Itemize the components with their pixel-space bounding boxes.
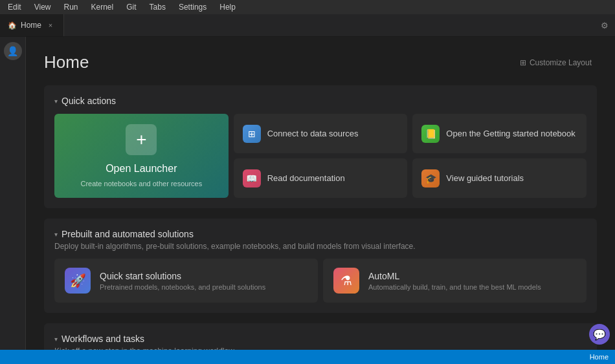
solutions-grid: 🚀 Quick start solutions Pretrained model… bbox=[54, 259, 587, 303]
menu-edit[interactable]: Edit bbox=[5, 1, 24, 13]
open-notebook-icon: 📒 bbox=[421, 125, 440, 143]
view-tutorials-button[interactable]: 🎓 View guided tutorials bbox=[412, 158, 587, 198]
home-tab-icon: 🏠 bbox=[8, 21, 17, 30]
open-notebook-button[interactable]: 📒 Open the Getting started notebook bbox=[412, 114, 587, 153]
automl-title: AutoML bbox=[368, 271, 541, 281]
open-launcher-title: Open Launcher bbox=[106, 163, 177, 175]
automl-info: AutoML Automatically build, train, and t… bbox=[368, 271, 541, 291]
connect-data-label: Connect to data sources bbox=[267, 129, 359, 138]
chat-bubble[interactable]: 💬 bbox=[589, 324, 610, 345]
quick-actions-label: Quick actions bbox=[62, 96, 116, 106]
automl-card[interactable]: ⚗ AutoML Automatically build, train, and… bbox=[323, 259, 587, 303]
quick-start-card[interactable]: 🚀 Quick start solutions Pretrained model… bbox=[54, 259, 318, 303]
quick-start-title: Quick start solutions bbox=[100, 271, 265, 281]
automl-icon: ⚗ bbox=[333, 268, 359, 294]
prebuilt-section: ▾ Prebuilt and automated solutions Deplo… bbox=[44, 219, 597, 313]
quick-start-desc: Pretrained models, notebooks, and prebui… bbox=[100, 283, 265, 291]
home-tab-label: Home bbox=[21, 21, 41, 30]
page-title: Home bbox=[44, 52, 89, 72]
quick-start-icon: 🚀 bbox=[65, 268, 91, 294]
menu-git[interactable]: Git bbox=[124, 1, 139, 13]
workflows-label: Workflows and tasks bbox=[62, 334, 144, 344]
quick-actions-header[interactable]: ▾ Quick actions bbox=[54, 96, 587, 106]
main-page: Home ⊞ Customize Layout ▾ Quick actions … bbox=[26, 37, 615, 364]
statusbar-label: Home bbox=[590, 353, 609, 361]
quick-actions-chevron: ▾ bbox=[54, 98, 58, 105]
view-tutorials-icon: 🎓 bbox=[421, 169, 440, 187]
read-docs-label: Read documentation bbox=[267, 173, 345, 183]
read-docs-button[interactable]: 📖 Read documentation bbox=[234, 158, 408, 198]
customize-layout-button[interactable]: ⊞ Customize Layout bbox=[515, 56, 597, 70]
menu-help[interactable]: Help bbox=[217, 1, 238, 13]
user-avatar[interactable]: 👤 bbox=[4, 42, 22, 60]
prebuilt-chevron: ▾ bbox=[54, 231, 58, 238]
open-launcher-subtitle: Create notebooks and other resources bbox=[80, 180, 202, 187]
statusbar: Home bbox=[0, 350, 615, 364]
home-tab-close[interactable]: × bbox=[45, 20, 56, 30]
customize-icon: ⊞ bbox=[520, 58, 526, 67]
prebuilt-header[interactable]: ▾ Prebuilt and automated solutions bbox=[54, 229, 587, 239]
quick-actions-grid: + Open Launcher Create notebooks and oth… bbox=[54, 114, 587, 198]
read-docs-icon: 📖 bbox=[243, 169, 261, 187]
launcher-plus-icon: + bbox=[126, 124, 157, 155]
menu-kernel[interactable]: Kernel bbox=[89, 1, 117, 13]
customize-label: Customize Layout bbox=[530, 58, 592, 67]
connect-data-icon: ⊞ bbox=[243, 125, 261, 143]
connect-data-button[interactable]: ⊞ Connect to data sources bbox=[234, 114, 408, 153]
quick-start-info: Quick start solutions Pretrained models,… bbox=[100, 271, 265, 291]
menubar: Edit View Run Kernel Git Tabs Settings H… bbox=[0, 0, 615, 14]
view-tutorials-label: View guided tutorials bbox=[446, 173, 524, 183]
workflows-header[interactable]: ▾ Workflows and tasks bbox=[54, 334, 587, 344]
content-wrapper: 👤 Home ⊞ Customize Layout ▾ Quick action… bbox=[0, 37, 615, 364]
open-notebook-label: Open the Getting started notebook bbox=[446, 129, 575, 138]
menu-run[interactable]: Run bbox=[61, 1, 80, 13]
home-tab[interactable]: 🏠 Home × bbox=[0, 14, 64, 36]
quick-actions-section: ▾ Quick actions + Open Launcher Create n… bbox=[44, 85, 597, 208]
prebuilt-label: Prebuilt and automated solutions bbox=[62, 229, 194, 239]
automl-desc: Automatically build, train, and tune the… bbox=[368, 283, 541, 291]
workflows-chevron: ▾ bbox=[54, 336, 58, 343]
sidebar: 👤 bbox=[0, 37, 26, 364]
menu-tabs[interactable]: Tabs bbox=[147, 1, 168, 13]
open-launcher-card[interactable]: + Open Launcher Create notebooks and oth… bbox=[54, 114, 229, 198]
tabbar: 🏠 Home × ⚙ bbox=[0, 14, 615, 37]
menu-settings[interactable]: Settings bbox=[176, 1, 209, 13]
menu-view[interactable]: View bbox=[32, 1, 54, 13]
prebuilt-subtitle: Deploy built-in algorithms, pre-built so… bbox=[54, 242, 587, 251]
settings-icon[interactable]: ⚙ bbox=[594, 17, 615, 34]
page-header: Home ⊞ Customize Layout bbox=[44, 52, 597, 72]
